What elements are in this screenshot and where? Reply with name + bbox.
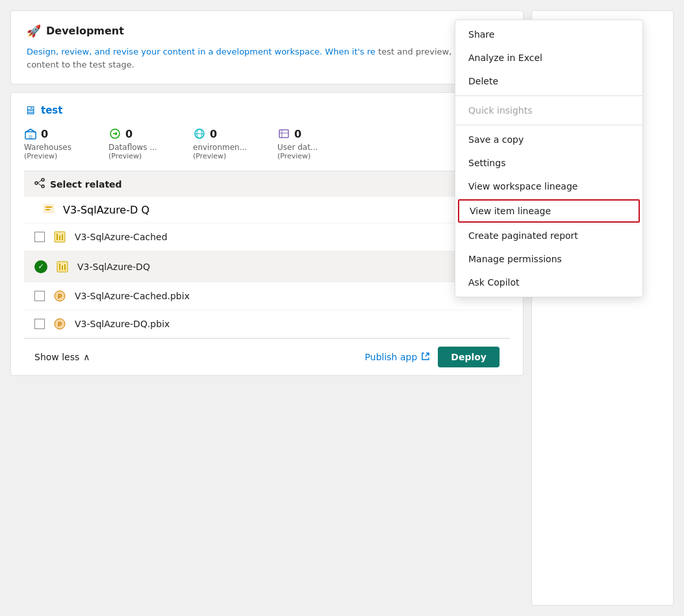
deploy-button[interactable]: Deploy [438,347,500,367]
deploy-label: Deploy [451,352,487,362]
userdata-sublabel: (Preview) [277,152,310,160]
test-card-header: 🖥 test [24,103,510,117]
settings-label: Settings [468,158,505,168]
analyze-excel-label: Analyze in Excel [468,53,542,63]
list-item-dq-pbix[interactable]: P V3-SqlAzure-DQ.pbix [24,310,510,338]
share-label: Share [468,29,494,40]
menu-item-analyze-excel[interactable]: Analyze in Excel [455,46,642,69]
check-icon-dq: ✓ [34,260,47,273]
dataflow-icon [108,127,121,140]
select-related-bar: Select related ✕ 1 s [24,171,510,197]
warehouses-label: Warehouses [24,143,71,152]
development-title: Development [46,25,124,37]
svg-text:P: P [58,321,62,328]
item-name-cached: V3-SqlAzure-Cached [75,232,500,242]
item-icon-dq-pbix: P [53,317,67,331]
manage-permissions-label: Manage permissions [468,254,562,264]
delete-label: Delete [468,76,498,86]
dataflows-number: 0 [125,128,133,140]
checkbox-dq-pbix[interactable] [34,319,45,329]
menu-item-save-copy[interactable]: Save a copy [455,128,642,151]
item-name-dq-pbix: V3-SqlAzure-DQ.pbix [75,319,500,329]
svg-rect-1 [29,135,32,139]
dev-description: Design, review, and revise your content … [27,45,507,71]
ask-copilot-label: Ask Copilot [468,277,520,288]
menu-item-delete[interactable]: Delete [455,69,642,93]
dataflows-label: Dataflows ... [108,143,157,152]
show-less-button[interactable]: Show less ∧ [34,352,90,362]
paginated-report-label: Create paginated report [468,230,578,241]
related-icon [34,178,45,190]
menu-divider-1 [455,95,642,96]
item-name-dq: V3-SqlAzure-DQ [77,262,476,272]
svg-point-9 [42,185,44,188]
workspace-lineage-label: View workspace lineage [468,181,577,191]
svg-point-7 [35,182,38,184]
list-item-cached[interactable]: V3-SqlAzure-Cached [24,223,510,251]
list-item-partial[interactable]: V3-SqlAzure-D Q [24,197,510,223]
svg-rect-17 [59,236,60,240]
metric-dataflows: 0 Dataflows ... (Preview) [108,127,193,171]
list-item-dq[interactable]: ✓ V3-SqlAzure-DQ ⋮ [24,251,510,282]
quick-insights-label: Quick insights [468,105,533,116]
item-icon-partial [42,202,55,217]
show-less-label: Show less [34,352,79,362]
rocket-icon: 🚀 [27,24,41,38]
svg-rect-6 [279,130,288,138]
bottom-bar: Show less ∧ Publish app [24,338,510,375]
menu-item-item-lineage[interactable]: View item lineage [458,199,640,223]
left-panel: 🚀 Development Design, review, and revise… [10,10,524,606]
item-icon-cached-pbix: P [53,289,67,303]
item-name-cached-pbix: V3-SqlAzure-Cached.pbix [75,291,500,301]
item-name-partial: V3-SqlAzure-D Q [63,204,149,216]
svg-text:P: P [58,293,62,300]
dataflows-sublabel: (Preview) [108,152,142,160]
list-item-cached-pbix[interactable]: P V3-SqlAzure-Cached.pbix [24,282,510,310]
menu-item-quick-insights: Quick insights [455,99,642,122]
item-icon-dq [55,260,70,274]
menu-item-ask-copilot[interactable]: Ask Copilot [455,271,642,294]
select-bar-left: Select related [34,178,122,190]
environments-number: 0 [210,128,217,140]
desc-link-text: Design, review, and revise your content … [27,47,375,56]
userdata-label: User dat... [277,143,318,152]
chevron-up-icon: ∧ [83,352,90,362]
save-copy-label: Save a copy [468,134,524,145]
svg-rect-20 [59,264,60,270]
svg-line-11 [38,183,42,186]
environ-icon [193,127,206,140]
menu-divider-2 [455,125,642,125]
svg-rect-18 [62,234,63,240]
checkbox-cached-pbix[interactable] [34,291,45,301]
monitor-icon: 🖥 [24,103,36,117]
svg-rect-12 [44,204,54,213]
menu-item-manage-permissions[interactable]: Manage permissions [455,247,642,271]
external-link-icon [421,352,430,363]
svg-rect-13 [45,206,52,208]
test-card: 🖥 test 0 [10,92,524,376]
checkbox-cached[interactable] [34,232,45,242]
dev-card-title: 🚀 Development [27,24,507,38]
svg-line-10 [38,180,42,184]
metric-environments: 0 environmen... (Preview) [193,127,277,171]
environments-sublabel: (Preview) [193,152,226,160]
metric-userdata: 0 User dat... (Preview) [277,127,362,171]
svg-rect-22 [64,264,66,270]
metric-warehouses: 0 Warehouses (Preview) [24,127,108,171]
menu-item-settings[interactable]: Settings [455,151,642,175]
list-container: V3-SqlAzure-D Q V3-SqlAzure-Cached [24,197,510,338]
userdata-number: 0 [294,128,301,140]
userdata-icon [277,127,290,140]
publish-app-button[interactable]: Publish app [365,352,431,363]
warehouses-number: 0 [41,128,48,140]
menu-item-share[interactable]: Share [455,23,642,46]
menu-item-paginated-report[interactable]: Create paginated report [455,224,642,247]
svg-point-8 [42,179,44,181]
test-card-title: test [41,105,62,116]
item-icon-cached [53,230,67,244]
menu-item-workspace-lineage[interactable]: View workspace lineage [455,175,642,198]
svg-rect-14 [45,209,50,210]
development-card: 🚀 Development Design, review, and revise… [10,10,524,84]
svg-rect-16 [57,234,58,240]
publish-app-label: Publish app [365,352,418,362]
